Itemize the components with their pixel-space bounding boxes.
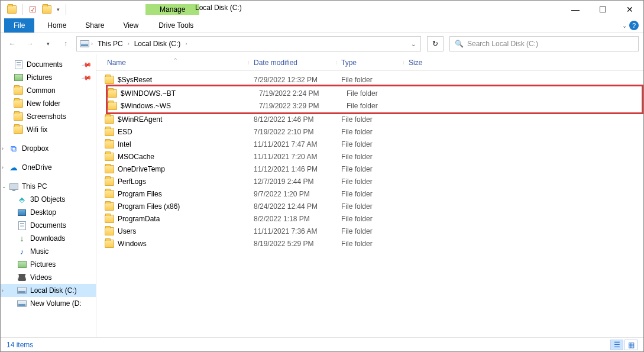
view-large-icons-button[interactable]: ▦ bbox=[624, 340, 637, 350]
file-row[interactable]: $SysReset7/29/2022 12:32 PMFile folder bbox=[102, 73, 643, 86]
sidebar-item[interactable]: Pictures bbox=[1, 258, 96, 271]
file-type: File folder bbox=[336, 177, 404, 186]
tab-file[interactable]: File bbox=[4, 18, 34, 33]
sidebar-item[interactable]: New folder bbox=[1, 97, 96, 110]
file-row[interactable]: Program Files (x86)8/24/2022 12:44 PMFil… bbox=[102, 200, 643, 212]
address-bar[interactable]: › This PC › Local Disk (C:) › ⌄ bbox=[76, 36, 421, 51]
file-date: 9/7/2022 1:20 PM bbox=[249, 190, 336, 198]
chevron-right-icon[interactable]: › bbox=[128, 41, 130, 47]
tab-home[interactable]: Home bbox=[38, 18, 76, 33]
file-row[interactable]: $WINDOWS.~BT7/19/2022 2:24 PMFile folder bbox=[108, 87, 642, 99]
search-box[interactable]: 🔍 bbox=[449, 36, 639, 51]
sidebar-label: Music bbox=[30, 247, 48, 256]
sidebar-item[interactable]: Pictures📌 bbox=[1, 71, 96, 84]
column-header-name[interactable]: Name⌃ bbox=[102, 59, 249, 67]
sidebar-item[interactable]: ›Local Disk (C:) bbox=[1, 284, 96, 297]
tab-view[interactable]: View bbox=[114, 18, 148, 33]
breadcrumb-current[interactable]: Local Disk (C:) bbox=[131, 38, 185, 49]
file-row[interactable]: OneDriveTemp11/12/2021 1:46 PMFile folde… bbox=[102, 163, 643, 175]
file-row[interactable]: Users11/11/2021 7:36 AMFile folder bbox=[102, 225, 643, 237]
navigation-pane: Documents📌Pictures📌CommonNew folderScree… bbox=[1, 54, 96, 337]
sidebar-label: This PC bbox=[22, 182, 47, 190]
sidebar-item[interactable]: ♪Music bbox=[1, 245, 96, 258]
column-header-size[interactable]: Size bbox=[404, 59, 439, 67]
sidebar-item[interactable]: ↓Downloads bbox=[1, 232, 96, 245]
maximize-button[interactable]: ☐ bbox=[589, 1, 616, 18]
sidebar-item-onedrive[interactable]: › ☁ OneDrive bbox=[1, 161, 96, 174]
column-header-date[interactable]: Date modified bbox=[249, 59, 336, 67]
sidebar-label: Documents bbox=[30, 221, 66, 230]
document-icon bbox=[14, 60, 23, 69]
collapse-icon[interactable]: ⌄ bbox=[2, 183, 7, 189]
sidebar-item[interactable]: Documents📌 bbox=[1, 58, 96, 71]
folder-icon bbox=[14, 86, 23, 95]
expand-icon[interactable]: › bbox=[2, 146, 4, 151]
file-name: $WINDOWS.~BT bbox=[121, 89, 176, 98]
status-text: 14 items bbox=[7, 341, 33, 349]
tab-share[interactable]: Share bbox=[76, 18, 114, 33]
expand-icon[interactable]: › bbox=[2, 164, 4, 170]
close-button[interactable]: ✕ bbox=[616, 1, 643, 18]
file-row[interactable]: Intel11/11/2021 7:47 AMFile folder bbox=[102, 138, 643, 150]
refresh-button[interactable]: ↻ bbox=[427, 36, 444, 51]
help-icon[interactable]: ? bbox=[629, 21, 639, 30]
videos-icon bbox=[17, 273, 27, 282]
sidebar-label: Documents bbox=[27, 60, 63, 69]
minimize-button[interactable]: — bbox=[562, 1, 589, 18]
pin-icon: 📌 bbox=[81, 72, 92, 83]
sidebar-item[interactable]: Wifi fix bbox=[1, 123, 96, 136]
sidebar-label: Pictures bbox=[27, 73, 52, 82]
column-header-type[interactable]: Type bbox=[336, 59, 404, 67]
tab-drive-tools[interactable]: Drive Tools bbox=[149, 18, 203, 33]
up-button[interactable]: ↑ bbox=[59, 37, 73, 51]
file-type: File folder bbox=[342, 89, 409, 98]
recent-locations-icon[interactable]: ▾ bbox=[41, 37, 55, 51]
ribbon-collapse-icon[interactable]: ⌄ bbox=[622, 22, 627, 29]
qat-dropdown-icon[interactable]: ▾ bbox=[54, 7, 62, 12]
forward-button[interactable]: → bbox=[23, 37, 37, 51]
sidebar-item[interactable]: Screenshots bbox=[1, 110, 96, 123]
sidebar-item-this-pc[interactable]: ⌄ This PC bbox=[1, 180, 96, 193]
properties-icon[interactable]: ☑ bbox=[26, 3, 39, 16]
sidebar-item[interactable]: Videos bbox=[1, 271, 96, 284]
file-type: File folder bbox=[336, 240, 404, 248]
breadcrumb-this-pc[interactable]: This PC bbox=[94, 38, 127, 49]
sidebar-item[interactable]: ⬘3D Objects bbox=[1, 193, 96, 206]
file-type: File folder bbox=[336, 76, 404, 84]
file-row[interactable]: PerfLogs12/7/2019 2:44 PMFile folder bbox=[102, 175, 643, 188]
search-input[interactable] bbox=[467, 40, 633, 48]
new-folder-qat-icon[interactable] bbox=[40, 3, 53, 16]
sidebar-item[interactable]: Desktop bbox=[1, 206, 96, 219]
file-type: File folder bbox=[336, 115, 404, 124]
folder-icon bbox=[105, 202, 114, 211]
file-type: File folder bbox=[336, 202, 404, 211]
file-row[interactable]: ProgramData8/2/2022 1:18 PMFile folder bbox=[102, 212, 643, 225]
sidebar-label: Downloads bbox=[30, 234, 65, 243]
file-row[interactable]: ESD7/19/2022 2:10 PMFile folder bbox=[102, 125, 643, 138]
file-name: PerfLogs bbox=[118, 177, 146, 186]
address-dropdown-icon[interactable]: ⌄ bbox=[411, 41, 416, 47]
file-row[interactable]: $Windows.~WS7/19/2022 3:29 PMFile folder bbox=[108, 99, 642, 112]
desktop-icon bbox=[17, 208, 27, 217]
file-date: 7/29/2022 12:32 PM bbox=[249, 76, 336, 84]
file-name: Program Files (x86) bbox=[118, 202, 180, 211]
sidebar-item[interactable]: New Volume (D: bbox=[1, 297, 96, 310]
sidebar-label: Dropbox bbox=[22, 144, 48, 153]
file-row[interactable]: MSOCache11/11/2021 7:20 AMFile folder bbox=[102, 150, 643, 163]
view-details-button[interactable]: ☰ bbox=[610, 340, 623, 350]
sidebar-item[interactable]: Common bbox=[1, 84, 96, 97]
sidebar-item[interactable]: Documents bbox=[1, 219, 96, 232]
column-headers: Name⌃ Date modified Type Size bbox=[96, 54, 643, 71]
folder-icon bbox=[108, 89, 117, 98]
file-row[interactable]: Windows8/19/2022 5:29 PMFile folder bbox=[102, 237, 643, 250]
expand-icon[interactable]: › bbox=[2, 288, 4, 293]
chevron-right-icon[interactable]: › bbox=[91, 41, 93, 47]
file-row[interactable]: $WinREAgent8/12/2022 1:46 PMFile folder bbox=[102, 113, 643, 125]
file-type: File folder bbox=[336, 153, 404, 161]
chevron-right-icon[interactable]: › bbox=[185, 41, 187, 47]
file-row[interactable]: Program Files9/7/2022 1:20 PMFile folder bbox=[102, 188, 643, 200]
back-button[interactable]: ← bbox=[5, 37, 20, 51]
quick-access-toolbar: ☑ ▾ bbox=[1, 3, 69, 16]
file-date: 11/12/2021 1:46 PM bbox=[249, 165, 336, 173]
sidebar-item-dropbox[interactable]: › ⧉ Dropbox bbox=[1, 142, 96, 155]
